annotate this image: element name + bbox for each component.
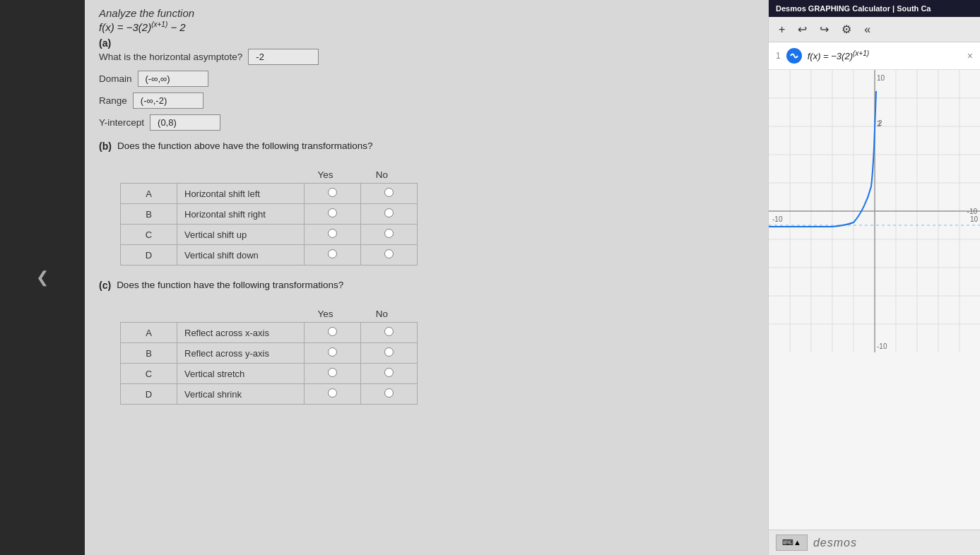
add-button[interactable]: + <box>776 22 788 37</box>
table-row: A Horizontal shift left <box>121 184 418 204</box>
part-b-section: (b) Does the function above have the fol… <box>99 141 754 265</box>
collapse-chevron[interactable]: ❮ <box>36 268 49 287</box>
domain-row: Domain (-∞,∞) <box>99 71 754 87</box>
row-description: Horizontal shift right <box>177 204 305 225</box>
no-cell[interactable] <box>361 204 418 225</box>
desmos-header: Desmos GRAPHING Calculator | South Ca <box>769 0 980 17</box>
yes-radio[interactable] <box>328 347 337 357</box>
row-letter: B <box>121 343 177 364</box>
yes-radio[interactable] <box>328 229 337 238</box>
svg-text:10: 10 <box>970 215 979 223</box>
no-radio[interactable] <box>384 229 394 238</box>
domain-value[interactable]: (-∞,∞) <box>138 71 208 87</box>
yes-radio[interactable] <box>328 188 337 197</box>
part-c-question: Does the function have the following tra… <box>117 280 343 290</box>
redo-button[interactable]: ↪ <box>817 21 832 37</box>
svg-text:10: 10 <box>877 74 885 82</box>
yes-radio[interactable] <box>328 327 337 336</box>
yes-radio[interactable] <box>328 368 337 377</box>
asymptote-answer[interactable]: -2 <box>248 49 319 65</box>
row-description: Reflect across x-axis <box>177 323 305 343</box>
yes-radio[interactable] <box>328 208 337 217</box>
graph-svg: 10 -10 10 -10 2 <box>769 70 980 530</box>
yes-cell[interactable] <box>305 204 361 225</box>
part-b-label: (b) <box>99 141 112 152</box>
y-intercept-row: Y-intercept (0,8) <box>99 114 754 131</box>
table-row: C Vertical stretch <box>121 364 418 384</box>
y-intercept-label: Y-intercept <box>99 117 144 128</box>
row-letter: C <box>121 364 177 384</box>
no-radio[interactable] <box>384 188 394 197</box>
asymptote-row: What is the horizontal asymptote? -2 <box>99 49 754 65</box>
no-radio[interactable] <box>384 208 394 217</box>
yes-cell[interactable] <box>305 384 361 405</box>
part-c-header: (c) Does the function have the following… <box>99 280 754 299</box>
row-letter: B <box>121 204 177 225</box>
collapse-panel-button[interactable]: « <box>861 22 873 37</box>
no-cell[interactable] <box>361 384 418 405</box>
range-row: Range (-∞,-2) <box>99 92 754 109</box>
yes-cell[interactable] <box>305 343 361 364</box>
yes-cell[interactable] <box>305 323 361 343</box>
table-row: B Horizontal shift right <box>121 204 418 225</box>
part-c-table: Yes No A Reflect across x-axis B Reflect… <box>120 306 418 405</box>
no-cell[interactable] <box>361 184 418 204</box>
main-content: Analyze the function f(x) = −3(2)(x+1) −… <box>85 0 768 555</box>
analyze-prefix: Analyze the function <box>99 7 194 19</box>
svg-text:-10: -10 <box>877 342 887 350</box>
function-title-row: Analyze the function f(x) = −3(2)(x+1) −… <box>99 7 754 33</box>
table-row: D Vertical shift down <box>121 245 418 265</box>
no-cell[interactable] <box>361 343 418 364</box>
no-radio[interactable] <box>384 327 394 336</box>
table-row: D Vertical shrink <box>121 384 418 405</box>
no-cell[interactable] <box>361 364 418 384</box>
svg-text:-10: -10 <box>772 215 783 223</box>
no-cell[interactable] <box>361 323 418 343</box>
no-radio[interactable] <box>384 347 394 357</box>
part-b-header: (b) Does the function above have the fol… <box>99 141 754 160</box>
settings-button[interactable]: ⚙ <box>839 21 854 37</box>
asymptote-question: What is the horizontal asymptote? <box>99 52 242 62</box>
expr-close-button[interactable]: × <box>967 50 973 61</box>
no-radio[interactable] <box>384 368 394 377</box>
desmos-bottom-bar: ⌨▲ desmos <box>769 530 980 555</box>
yes-radio[interactable] <box>328 249 337 258</box>
no-cell[interactable] <box>361 225 418 245</box>
expression-panel: 1 f(x) = −3(2)(x+1) × <box>769 42 980 70</box>
table-row: C Vertical shift up <box>121 225 418 245</box>
row-description: Reflect across y-axis <box>177 343 305 364</box>
yes-cell[interactable] <box>305 364 361 384</box>
no-cell[interactable] <box>361 245 418 265</box>
yes-cell[interactable] <box>305 225 361 245</box>
desmos-graph[interactable]: 10 -10 10 -10 2 -10 2 <box>769 70 980 530</box>
part-b-no-header: No <box>361 167 418 184</box>
table-row: A Reflect across x-axis <box>121 323 418 343</box>
range-label: Range <box>99 95 127 106</box>
row-description: Horizontal shift left <box>177 184 305 204</box>
no-radio[interactable] <box>384 249 394 258</box>
yes-radio[interactable] <box>328 388 337 398</box>
desmos-toolbar: + ↩ ↪ ⚙ « <box>769 17 980 42</box>
table-row: B Reflect across y-axis <box>121 343 418 364</box>
domain-label: Domain <box>99 73 132 84</box>
part-c-section: (c) Does the function have the following… <box>99 280 754 405</box>
part-b-yes-header: Yes <box>305 167 361 184</box>
part-b-question: Does the function above have the followi… <box>117 141 373 151</box>
left-sidebar: ❮ <box>0 0 85 555</box>
expr-number: 1 <box>776 51 781 61</box>
row-letter: A <box>121 184 177 204</box>
desmos-title: Desmos GRAPHING Calculator | South Ca <box>776 4 931 13</box>
keyboard-button[interactable]: ⌨▲ <box>776 535 808 551</box>
row-description: Vertical shift down <box>177 245 305 265</box>
undo-button[interactable]: ↩ <box>795 21 810 37</box>
no-radio[interactable] <box>384 388 394 398</box>
range-value[interactable]: (-∞,-2) <box>133 92 203 109</box>
part-b-table: Yes No A Horizontal shift left B Horizon… <box>120 167 418 265</box>
desmos-logo: desmos <box>813 537 857 549</box>
yes-cell[interactable] <box>305 184 361 204</box>
y-intercept-value[interactable]: (0,8) <box>150 114 220 131</box>
row-letter: D <box>121 384 177 405</box>
yes-cell[interactable] <box>305 245 361 265</box>
part-c-no-header: No <box>361 306 418 323</box>
expr-formula[interactable]: f(x) = −3(2)(x+1) <box>808 49 962 61</box>
